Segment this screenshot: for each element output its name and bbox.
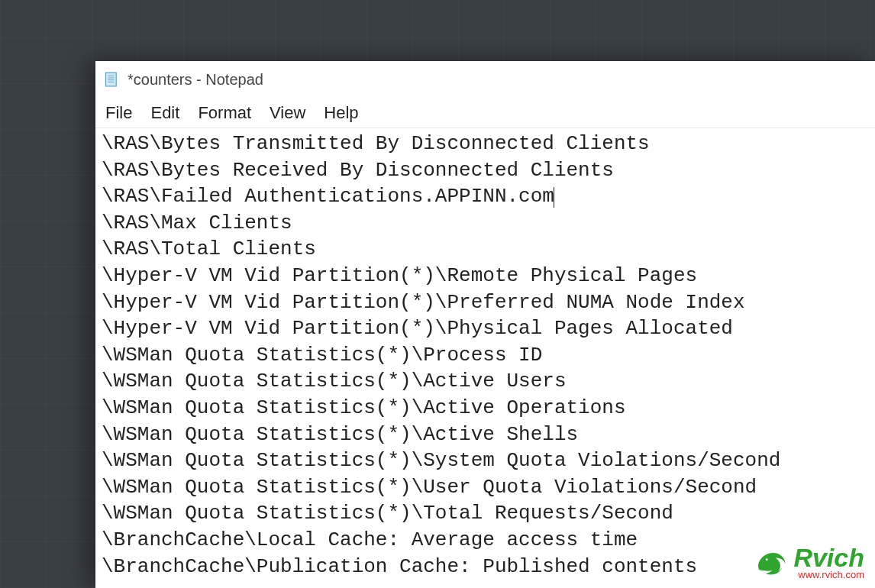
text-editor[interactable]: \RAS\Bytes Transmitted By Disconnected C… [95, 128, 875, 588]
menubar: File Edit Format View Help [95, 98, 875, 128]
text-line: \RAS\Total Clients [102, 236, 869, 263]
watermark-brand: Rvich [793, 544, 864, 570]
menu-file[interactable]: File [102, 100, 143, 126]
text-line: \RAS\Failed Authentications.APPINN.com [102, 183, 869, 210]
watermark-url: www.rvich.com [798, 569, 864, 580]
menu-format[interactable]: Format [195, 100, 262, 126]
menu-help[interactable]: Help [321, 100, 369, 126]
notepad-icon [103, 71, 120, 88]
titlebar[interactable]: *counters - Notepad [95, 61, 875, 98]
text-line: \WSMan Quota Statistics(*)\Active Users [102, 368, 869, 395]
svg-point-5 [766, 558, 768, 561]
dragon-icon [754, 545, 789, 580]
text-line: \RAS\Bytes Transmitted By Disconnected C… [102, 131, 869, 157]
text-line: \WSMan Quota Statistics(*)\User Quota Vi… [102, 474, 869, 501]
text-line: \WSMan Quota Statistics(*)\Process ID [102, 342, 869, 369]
text-line: \Hyper-V VM Vid Partition(*)\Preferred N… [102, 289, 869, 316]
window-title: *counters - Notepad [128, 71, 263, 89]
text-line: \WSMan Quota Statistics(*)\Active Shells [102, 422, 869, 448]
text-line: \RAS\Max Clients [102, 210, 869, 237]
text-line: \RAS\Bytes Received By Disconnected Clie… [102, 157, 869, 184]
text-line: \Hyper-V VM Vid Partition(*)\Remote Phys… [102, 263, 869, 289]
notepad-window: *counters - Notepad File Edit Format Vie… [95, 61, 875, 588]
text-cursor [554, 187, 555, 208]
menu-edit[interactable]: Edit [147, 100, 190, 126]
svg-rect-0 [105, 73, 116, 86]
text-line: \WSMan Quota Statistics(*)\Active Operat… [102, 395, 869, 422]
text-line: \WSMan Quota Statistics(*)\Total Request… [102, 500, 869, 527]
text-line: \WSMan Quota Statistics(*)\System Quota … [102, 447, 869, 474]
watermark: Rvich www.rvich.com [754, 544, 864, 580]
menu-view[interactable]: View [266, 100, 316, 126]
text-line: \Hyper-V VM Vid Partition(*)\Physical Pa… [102, 315, 869, 342]
